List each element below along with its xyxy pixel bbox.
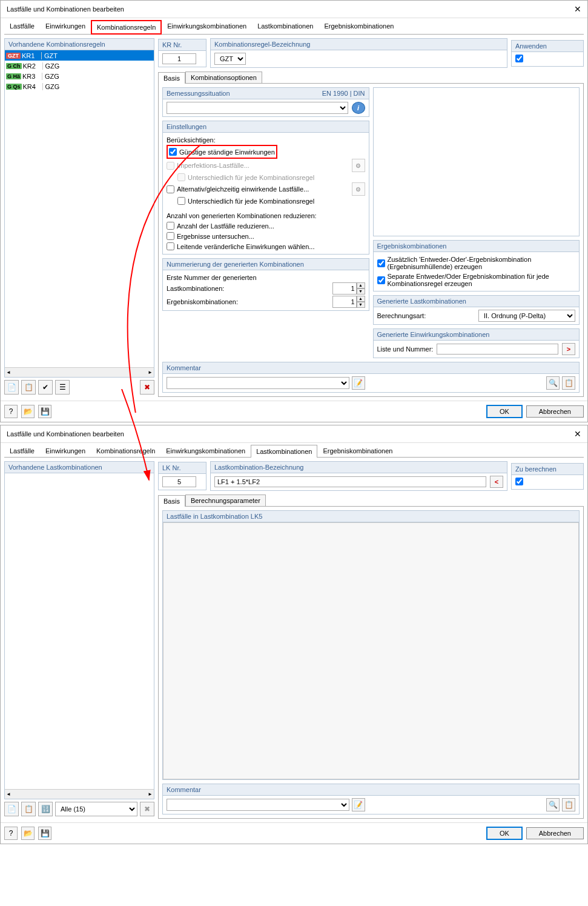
open-button-2[interactable]: 📂 — [21, 827, 35, 840]
help-button-2[interactable]: ? — [4, 827, 18, 840]
go-button[interactable]: > — [562, 343, 575, 355]
favorable-checkbox[interactable]: Günstige ständige Einwirkungen — [169, 147, 275, 157]
tool1-button-2[interactable]: 🔍 — [546, 798, 560, 811]
kr-name-label: Kombinationsregel-Bezeichnung — [211, 39, 507, 50]
alt-checkbox[interactable]: Alternativ/gleichzeitig einwirkende Last… — [167, 184, 309, 195]
copy-button-2[interactable]: 📋 — [21, 802, 36, 816]
erg-opt2-checkbox[interactable]: Separate Entweder/Oder Ergebniskombinati… — [377, 271, 576, 288]
help-button[interactable]: ? — [4, 405, 18, 418]
tab-kombinationsregeln[interactable]: Kombinationsregeln — [91, 20, 162, 35]
tab-lastkombinationen[interactable]: Lastkombinationen — [251, 445, 317, 458]
cancel-button-2[interactable]: Abbrechen — [526, 827, 584, 839]
comment-title: Kommentar — [163, 362, 579, 374]
props-button[interactable]: ☰ — [55, 380, 70, 395]
tab-einwirkungen[interactable]: Einwirkungen — [40, 444, 91, 457]
kr-nr-label: KR Nr. — [159, 39, 206, 51]
geneinw-label: Liste und Nummer: — [377, 345, 434, 353]
inner-tab-berechnungsparameter[interactable]: Berechnungsparameter — [185, 495, 266, 506]
new-button-2[interactable]: 📄 — [4, 802, 19, 816]
bemess-label: Bemessungssituation — [167, 90, 230, 97]
tab-kombinationsregeln[interactable]: Kombinationsregeln — [91, 444, 160, 457]
tab-einwirkungskombinationen[interactable]: Einwirkungskombinationen — [162, 19, 252, 34]
open-button[interactable]: 📂 — [21, 405, 35, 418]
lk-name-input[interactable] — [214, 476, 486, 487]
bemess-select[interactable] — [167, 102, 348, 114]
lk-name-label: Lastkombination-Bezeichnung — [211, 462, 507, 473]
calc-type-select[interactable]: II. Ordnung (P-Delta) — [478, 310, 575, 322]
save-button-2[interactable]: 💾 — [38, 827, 51, 840]
rule-row[interactable]: G QsKR4GZG — [5, 81, 154, 92]
cancel-button[interactable]: Abbrechen — [526, 405, 584, 418]
erg-num-spinner[interactable]: ▲▼ — [332, 296, 365, 308]
tool2-button-2[interactable]: 📋 — [562, 798, 575, 811]
inner-tab-basis[interactable]: Basis — [158, 495, 185, 507]
list-num-input[interactable] — [437, 344, 558, 355]
kr-nr-input[interactable] — [162, 53, 196, 64]
imperf-opts-button[interactable]: ⚙ — [352, 159, 365, 172]
comment-edit-button[interactable]: 📝 — [352, 376, 365, 390]
imperf-checkbox: Imperfektions-Lastfälle... — [167, 161, 249, 171]
apply-checkbox[interactable] — [515, 55, 523, 62]
comment-edit-button-2[interactable]: 📝 — [352, 798, 365, 811]
erg-opt1-checkbox[interactable]: Zusätzlich 'Entweder-Oder'-Ergebniskombi… — [377, 255, 576, 271]
rule-row[interactable]: GZTKR1GZT — [5, 50, 154, 61]
tab-einwirkungskombinationen[interactable]: Einwirkungskombinationen — [160, 444, 251, 457]
rule-row[interactable]: G HäKR3GZG — [5, 71, 154, 81]
calc-checkbox[interactable] — [515, 478, 523, 485]
examine-checkbox[interactable]: Ergebnisse untersuchen... — [167, 231, 365, 241]
tab-lastfälle[interactable]: Lastfälle — [4, 19, 40, 34]
copy-button[interactable]: 📋 — [21, 380, 36, 395]
info-button[interactable]: i — [352, 102, 365, 114]
filter-select[interactable]: Alle (15) — [55, 802, 137, 816]
numbering-l3: Ergebniskombinationen: — [167, 298, 238, 305]
lk-back-button[interactable]: < — [490, 476, 503, 488]
tab-ergebniskombinationen[interactable]: Ergebniskombinationen — [319, 19, 399, 34]
tab-lastfälle[interactable]: Lastfälle — [4, 444, 40, 457]
inner-tab-basis[interactable]: Basis — [158, 72, 185, 84]
consider-label: Berücksichtigen: — [167, 135, 365, 145]
rules-title: Vorhandene Kombinationsregeln — [5, 39, 154, 50]
tool1-button[interactable]: 🔍 — [546, 376, 560, 390]
numbering-title: Nummerierung der generierten Kombination… — [163, 259, 369, 270]
kr-name-select[interactable]: GZT — [214, 53, 246, 65]
alt-opts-button[interactable]: ⚙ — [352, 182, 365, 196]
dialog-title: Lastfälle und Kombinationen bearbeiten — [7, 5, 124, 13]
rule-row[interactable]: G ChKR2GZG — [5, 61, 154, 71]
diff2-checkbox[interactable]: Unterschiedlich für jede Kombinationsreg… — [177, 196, 365, 206]
ok-button-2[interactable]: OK — [486, 827, 523, 840]
tab-ergebniskombinationen[interactable]: Ergebniskombinationen — [317, 444, 398, 457]
genlast-title: Generierte Lastkombinationen — [374, 296, 580, 307]
save-button[interactable]: 💾 — [38, 405, 51, 418]
h-scrollbar[interactable] — [5, 367, 154, 377]
comment-select-2[interactable] — [167, 799, 349, 811]
tab-lastkombinationen[interactable]: Lastkombinationen — [252, 19, 319, 34]
close-icon-2[interactable]: ✕ — [574, 429, 581, 439]
settings-title: Einstellungen — [163, 121, 369, 133]
close-icon[interactable]: ✕ — [574, 4, 581, 14]
h-scrollbar-2[interactable] — [5, 789, 154, 799]
sort-button-2[interactable]: 🔢 — [38, 802, 53, 816]
leading-checkbox[interactable]: Leitende veränderliche Einwirkungen wähl… — [167, 241, 365, 251]
delete-button-2[interactable]: ✖ — [140, 802, 154, 816]
diff1-checkbox: Unterschiedlich für jede Kombinationsreg… — [177, 172, 365, 182]
genlast-label: Berechnungsart: — [377, 312, 426, 319]
comment-select[interactable] — [167, 377, 349, 389]
table-title: Lastfälle in Lastkombination LK5 — [163, 511, 579, 522]
bemess-code: EN 1990 | DIN — [322, 90, 365, 97]
lks-title: Vorhandene Lastkombinationen — [5, 462, 154, 473]
new-button[interactable]: 📄 — [4, 380, 19, 395]
tool2-button[interactable]: 📋 — [562, 376, 575, 390]
erg-title: Ergebniskombinationen — [374, 241, 580, 252]
lk-nr-input[interactable] — [162, 476, 196, 487]
tab-einwirkungen[interactable]: Einwirkungen — [40, 19, 91, 34]
delete-button[interactable]: ✖ — [140, 380, 154, 395]
numbering-l1: Erste Nummer der generierten — [167, 273, 365, 282]
ok-button[interactable]: OK — [486, 405, 523, 418]
reduce-lf-checkbox[interactable]: Anzahl der Lastfälle reduzieren... — [167, 221, 365, 231]
geneinw-title: Generierte Einwirkungskombinationen — [374, 329, 580, 341]
check-button[interactable]: ✔ — [38, 380, 53, 395]
inner-tab-kombinationsoptionen[interactable]: Kombinationsoptionen — [185, 72, 262, 83]
dialog-title-2: Lastfälle und Kombinationen bearbeiten — [7, 430, 124, 438]
numbering-l2: Lastkombinationen: — [167, 285, 224, 292]
last-num-spinner[interactable]: ▲▼ — [332, 282, 365, 295]
